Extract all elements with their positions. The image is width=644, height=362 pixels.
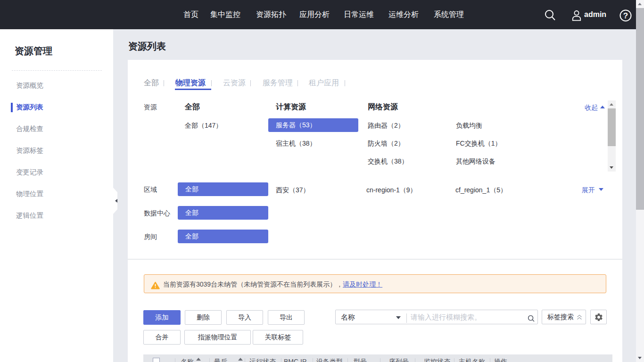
svg-text:?: ? — [623, 11, 628, 20]
